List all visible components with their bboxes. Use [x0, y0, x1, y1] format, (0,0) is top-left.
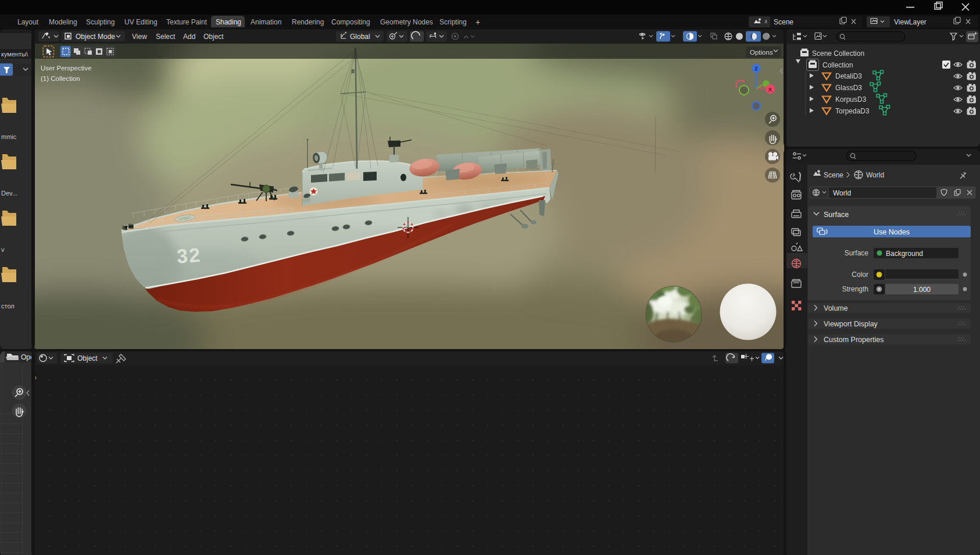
svg-text:ViewLayer: ViewLayer [894, 18, 927, 26]
svg-text:Scene: Scene [774, 18, 793, 26]
